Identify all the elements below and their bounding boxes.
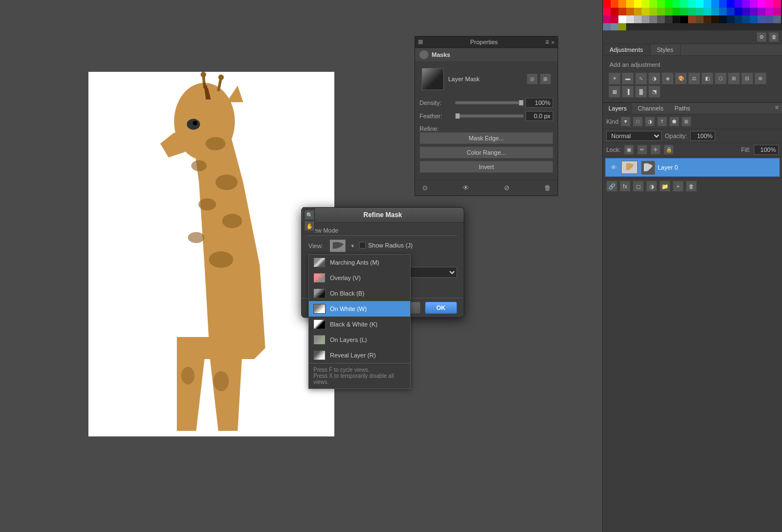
delete-mask-icon[interactable]: 🗑: [542, 182, 553, 193]
color-swatch[interactable]: [727, 0, 734, 8]
color-swatch[interactable]: [611, 15, 618, 23]
color-swatch[interactable]: [649, 0, 657, 8]
dropdown-item-on-black[interactable]: On Black (B): [309, 286, 410, 301]
color-swatch[interactable]: [758, 8, 765, 15]
filter-pixel-icon[interactable]: □: [633, 117, 643, 127]
color-swatch[interactable]: [696, 8, 704, 15]
density-input[interactable]: 100%: [526, 98, 553, 108]
posterize-icon[interactable]: ▦: [608, 86, 621, 98]
color-swatch[interactable]: [773, 0, 781, 8]
color-swatch[interactable]: [704, 0, 711, 8]
color-swatch[interactable]: [642, 15, 649, 23]
curves-icon[interactable]: ∿: [635, 72, 647, 85]
color-swatch[interactable]: [727, 15, 734, 23]
color-swatch[interactable]: [657, 0, 665, 8]
filter-shape-icon[interactable]: ⬟: [669, 117, 679, 127]
color-swatch[interactable]: [665, 15, 673, 23]
lock-brush-icon[interactable]: ✏: [637, 145, 647, 155]
tab-layers[interactable]: Layers: [603, 103, 632, 114]
color-swatch[interactable]: [618, 15, 626, 23]
bw-adj-icon[interactable]: ◧: [701, 72, 713, 85]
color-swatch[interactable]: [611, 8, 618, 15]
color-swatch[interactable]: [642, 8, 649, 15]
color-swatch[interactable]: [611, 0, 618, 8]
color-lookup-icon[interactable]: ⊟: [741, 72, 753, 85]
panel-trash-icon[interactable]: 🗑: [769, 32, 779, 42]
color-swatch[interactable]: [626, 0, 634, 8]
color-swatch[interactable]: [711, 15, 719, 23]
filter-adj-icon[interactable]: ◑: [645, 117, 655, 127]
color-swatch[interactable]: [696, 0, 704, 8]
color-swatch[interactable]: [750, 15, 758, 23]
color-swatch[interactable]: [680, 0, 688, 8]
feather-slider[interactable]: [455, 114, 523, 118]
feather-input[interactable]: 0.0 px: [526, 111, 553, 121]
color-swatch[interactable]: [688, 15, 696, 23]
tab-styles[interactable]: Styles: [650, 44, 681, 55]
color-swatch[interactable]: [734, 15, 742, 23]
color-swatch[interactable]: [711, 8, 719, 15]
color-swatch[interactable]: [711, 0, 719, 8]
color-swatch[interactable]: [742, 0, 750, 8]
color-swatch[interactable]: [680, 15, 688, 23]
exposure-icon[interactable]: ◑: [648, 72, 660, 85]
gradient-map-icon[interactable]: ▓: [635, 86, 647, 98]
color-swatch[interactable]: [665, 0, 673, 8]
color-swatch[interactable]: [634, 8, 642, 15]
vibrance-icon[interactable]: ◈: [662, 72, 674, 85]
threshold-icon[interactable]: ▐: [622, 86, 634, 98]
opacity-input[interactable]: [690, 131, 715, 141]
color-swatch[interactable]: [750, 0, 758, 8]
color-swatch[interactable]: [704, 8, 711, 15]
filter-smart-icon[interactable]: ⊞: [681, 117, 691, 127]
delete-layer-icon[interactable]: 🗑: [686, 181, 697, 192]
color-swatch[interactable]: [704, 15, 711, 23]
color-swatch[interactable]: [758, 15, 765, 23]
color-swatch[interactable]: [657, 8, 665, 15]
color-swatch[interactable]: [734, 8, 742, 15]
color-swatch[interactable]: [657, 15, 665, 23]
color-swatch[interactable]: [649, 8, 657, 15]
view-dropdown-arrow[interactable]: ▼: [350, 244, 355, 249]
mask-edge-button[interactable]: Mask Edge...: [419, 132, 553, 144]
eye-icon[interactable]: 👁: [460, 182, 471, 193]
color-swatch[interactable]: [634, 0, 642, 8]
invert-mask-icon[interactable]: ⊘: [501, 182, 512, 193]
color-swatch[interactable]: [727, 8, 734, 15]
blend-mode-select[interactable]: Normal: [606, 131, 662, 141]
color-swatch[interactable]: [688, 8, 696, 15]
color-swatch[interactable]: [673, 15, 680, 23]
color-balance-icon[interactable]: ⚖: [688, 72, 700, 85]
color-swatch[interactable]: [611, 23, 618, 30]
color-swatch[interactable]: [719, 0, 727, 8]
selective-color-icon[interactable]: ⬔: [648, 86, 660, 98]
levels-icon[interactable]: ▬: [622, 72, 634, 85]
panel-settings-icon[interactable]: ⚙: [757, 32, 767, 42]
color-swatch[interactable]: [765, 15, 773, 23]
tab-adjustments[interactable]: Adjustments: [603, 44, 650, 55]
hand-tool[interactable]: ✋: [305, 221, 314, 231]
fill-input[interactable]: [754, 145, 779, 155]
color-swatch[interactable]: [742, 15, 750, 23]
color-swatch[interactable]: [618, 8, 626, 15]
tab-channels[interactable]: Channels: [632, 103, 669, 114]
dropdown-item-on-white[interactable]: On White (W): [309, 301, 410, 317]
color-swatch[interactable]: [673, 8, 680, 15]
show-radius-checkbox[interactable]: [359, 242, 366, 249]
new-fill-icon[interactable]: ◑: [646, 181, 657, 192]
dropdown-item-overlay[interactable]: Overlay (V): [309, 270, 410, 286]
mask-selection-icon[interactable]: ◎: [527, 73, 538, 85]
color-swatch[interactable]: [773, 15, 781, 23]
color-swatch[interactable]: [665, 8, 673, 15]
color-swatch[interactable]: [750, 8, 758, 15]
channel-mixer-icon[interactable]: ⊞: [728, 72, 740, 85]
invert-button[interactable]: Invert: [419, 161, 553, 173]
filter-type-icon[interactable]: T: [657, 117, 667, 127]
color-swatch[interactable]: [618, 0, 626, 8]
view-thumbnail[interactable]: [329, 239, 346, 252]
layers-panel-menu[interactable]: ≡: [772, 103, 782, 114]
color-swatch[interactable]: [765, 8, 773, 15]
color-swatch[interactable]: [719, 8, 727, 15]
dropdown-item-on-layers[interactable]: On Layers (L): [309, 332, 410, 347]
mask-apply-icon[interactable]: ⊞: [540, 73, 551, 85]
